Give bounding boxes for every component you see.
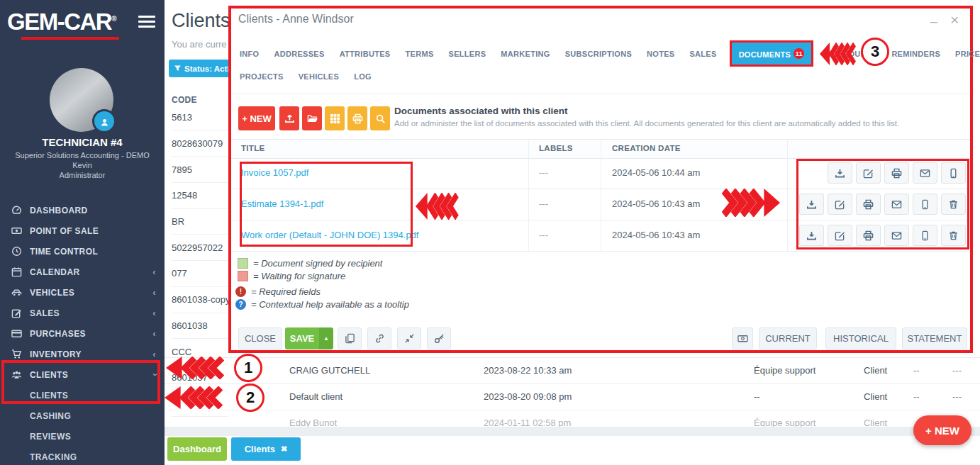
money-icon[interactable] (732, 327, 753, 349)
duplicate-icon[interactable] (338, 327, 362, 349)
download-icon[interactable] (828, 162, 852, 184)
client-code[interactable]: 5613 (172, 105, 228, 131)
mobile-icon[interactable] (941, 162, 966, 184)
tab-prices[interactable]: PRICES (955, 50, 980, 58)
taskbar-tab-clients[interactable]: Clients✖ (231, 437, 301, 461)
edit-icon[interactable] (856, 162, 881, 184)
print-icon[interactable] (347, 106, 367, 130)
tab-reminders[interactable]: REMINDERS (891, 50, 940, 58)
client-code[interactable]: 8601038 (172, 313, 228, 340)
sidebar-subitem-cashing[interactable]: CASHING (0, 405, 165, 426)
new-client-button[interactable]: + NEW (913, 415, 971, 445)
tab-sales[interactable]: SALES (689, 50, 716, 58)
close-button[interactable]: CLOSE (238, 327, 282, 349)
statement-button[interactable]: STATEMENT (902, 327, 967, 349)
client-code[interactable]: 7895 (172, 157, 228, 183)
current-button[interactable]: CURRENT (759, 327, 817, 349)
tab-info[interactable]: INFO (240, 50, 259, 58)
user-details: Superior Solutions Accounting - DEMO Kev… (0, 150, 165, 180)
folder-open-icon[interactable] (302, 106, 322, 130)
sidebar-subitem-tracking[interactable]: TRACKING (0, 447, 165, 465)
mobile-icon[interactable] (913, 225, 937, 246)
sidebar-item-purchases[interactable]: PURCHASES‹ (0, 323, 165, 344)
client-code[interactable]: 12548 (172, 183, 228, 209)
client-code[interactable]: 8601038-copy (172, 287, 228, 313)
upload-icon[interactable] (279, 106, 299, 130)
sidebar-item-time-control[interactable]: TIME CONTROL (0, 241, 165, 262)
table-row[interactable]: CRAIG GUTCHELL 2023-08-22 10:33 am Équip… (165, 357, 980, 383)
sidebar-item-calendar[interactable]: CALENDAR‹ (0, 262, 165, 282)
mobile-icon[interactable] (913, 194, 937, 215)
sidebar-item-point-of-sale[interactable]: POINT OF SALE (0, 220, 165, 241)
download-icon[interactable] (799, 225, 824, 246)
client-code[interactable]: BR (172, 209, 228, 235)
tab-notes[interactable]: NOTES (647, 50, 674, 58)
user-badge-icon[interactable] (92, 109, 116, 133)
save-button[interactable]: SAVE (285, 327, 319, 349)
hamburger-menu-icon[interactable] (138, 16, 156, 28)
tab-log[interactable]: LOG (354, 72, 372, 81)
client-date: 2023-08-20 09:08 pm (484, 391, 572, 402)
tab-attributes[interactable]: ATTRIBUTES (340, 50, 391, 58)
chevron-down-icon: ‹ (149, 373, 160, 376)
hint-text: = Required fields (251, 286, 321, 297)
close-icon[interactable]: × (950, 11, 959, 28)
registered-mark: ® (111, 15, 116, 23)
key-icon[interactable] (427, 327, 451, 349)
compress-icon[interactable] (397, 327, 421, 349)
email-icon[interactable] (884, 194, 909, 215)
print-icon[interactable] (856, 194, 881, 215)
sidebar-item-label: TIME CONTROL (30, 247, 98, 257)
tab-subscriptions[interactable]: SUBSCRIPTIONS (565, 50, 632, 58)
document-link[interactable]: Estimate 1394-1.pdf (241, 198, 323, 209)
client-code[interactable]: 5022957022 (172, 235, 228, 261)
link-icon[interactable] (367, 327, 391, 349)
tab-documents[interactable]: DOCUMENTS11 3 (732, 43, 812, 65)
trash-icon[interactable] (941, 194, 966, 215)
sidebar-item-sales[interactable]: SALES‹ (0, 303, 165, 323)
tab-sellers[interactable]: SELLERS (449, 50, 486, 58)
sidebar-item-inventory[interactable]: INVENTORY‹ (0, 344, 165, 364)
tab-marketing[interactable]: MARKETING (501, 50, 550, 58)
sidebar-subitem-reviews[interactable]: REVIEWS (0, 426, 165, 447)
help-icon: ? (235, 299, 246, 310)
client-code[interactable]: 8028630079 (172, 131, 228, 157)
print-icon[interactable] (884, 162, 909, 184)
sidebar-item-clients[interactable]: CLIENTS‹ (0, 364, 165, 385)
email-icon[interactable] (884, 225, 909, 246)
client-code[interactable]: 077 (172, 261, 228, 287)
status-filter-chip[interactable]: Status: Active (169, 60, 235, 77)
sidebar-menu: DASHBOARD POINT OF SALE TIME CONTROL CAL… (0, 200, 165, 465)
taskbar-tab-dashboard[interactable]: Dashboard (167, 437, 227, 461)
email-icon[interactable] (913, 162, 937, 184)
table-row[interactable]: Default client 2023-08-20 09:08 pm -- Cl… (165, 383, 980, 410)
historical-button[interactable]: HISTORICAL (825, 327, 896, 349)
page-title: Clients (172, 10, 230, 32)
tab-terms[interactable]: TERMS (406, 50, 434, 58)
edit-icon[interactable] (828, 194, 852, 215)
sidebar-item-dashboard[interactable]: DASHBOARD (0, 200, 165, 220)
document-row: Invoice 1057.pdf --- 2024-05-06 10:44 am (231, 157, 970, 189)
modal-tabs-row2: PROJECTS VEHICLES LOG (240, 72, 372, 81)
print-icon[interactable] (856, 225, 881, 246)
document-link[interactable]: Work order (Default - JOHN DOE) 1394.pdf (241, 230, 418, 240)
hint-required: != Required fields (235, 286, 321, 297)
document-link[interactable]: Invoice 1057.pdf (241, 167, 308, 178)
save-dropdown-caret-icon[interactable]: ▲ (319, 327, 333, 349)
sidebar-item-vehicles[interactable]: VEHICLES‹ (0, 282, 165, 303)
close-icon[interactable]: ✖ (281, 444, 287, 454)
tab-addresses[interactable]: ADDRESSES (274, 50, 324, 58)
download-icon[interactable] (799, 194, 824, 215)
trash-icon[interactable] (941, 225, 966, 246)
tab-vehicles[interactable]: VEHICLES (299, 72, 339, 81)
grid-icon[interactable] (325, 106, 345, 130)
new-document-button[interactable]: + NEW (238, 106, 275, 130)
sidebar-subitem-clients[interactable]: CLIENTS (0, 385, 165, 405)
logo-underline (21, 37, 119, 40)
sidebar-item-label: CASHING (30, 411, 71, 421)
save-button-group[interactable]: SAVE ▲ (285, 327, 333, 349)
search-icon[interactable] (370, 106, 390, 130)
tab-projects[interactable]: PROJECTS (240, 72, 284, 81)
minimize-icon[interactable]: – (930, 14, 937, 29)
edit-icon[interactable] (828, 225, 852, 246)
